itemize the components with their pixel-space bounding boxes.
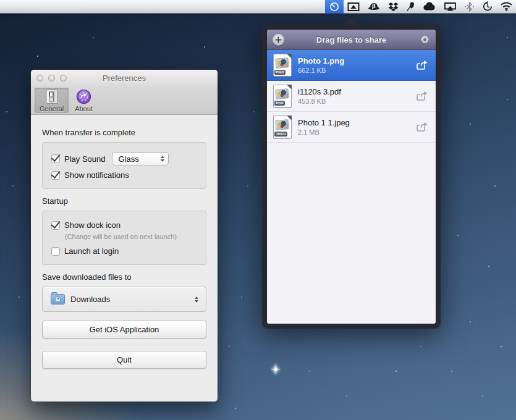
launch-at-login-checkbox[interactable] <box>51 247 60 256</box>
alfred-beta-icon[interactable]: β <box>363 0 384 14</box>
stepper-arrows-icon <box>195 296 198 303</box>
show-notifications-checkbox[interactable] <box>51 171 60 180</box>
play-sound-checkbox[interactable] <box>51 154 60 163</box>
about-icon <box>76 89 91 104</box>
file-row[interactable]: PNG Photo 1.png 662.1 KB <box>267 50 436 81</box>
time-machine-icon[interactable] <box>478 0 497 14</box>
launch-at-login-label: Launch at login <box>64 246 119 256</box>
sound-select[interactable]: Glass <box>112 152 169 166</box>
show-dock-icon-label: Show dock icon <box>64 220 121 230</box>
add-file-button[interactable] <box>273 34 284 46</box>
wifi-icon[interactable] <box>497 0 516 14</box>
file-row[interactable]: PDF i1120s 3.pdf 453.8 KB <box>267 81 436 112</box>
file-size: 453.8 KB <box>298 97 415 106</box>
tab-general[interactable]: General <box>35 88 69 113</box>
popover-frame: Drag files to share PNG Photo 1.png <box>262 25 441 329</box>
pdf-file-icon: PDF <box>273 85 292 107</box>
transfer-section-label: When transfer is complete <box>42 128 206 137</box>
save-folder-select[interactable]: Downloads <box>42 287 206 312</box>
close-button[interactable] <box>36 75 43 82</box>
cloudapp-icon[interactable] <box>419 0 440 14</box>
share-popover: Drag files to share PNG Photo 1.png <box>262 17 441 329</box>
pin-icon[interactable] <box>402 0 419 14</box>
bright-star <box>270 364 281 375</box>
jpeg-file-icon: JPEG <box>273 116 292 138</box>
switch-icon <box>45 89 59 104</box>
popover-header[interactable]: Drag files to share <box>267 30 436 50</box>
png-file-icon: PNG <box>273 54 292 77</box>
show-notifications-label: Show notifications <box>64 170 129 180</box>
stepper-arrows-icon <box>161 156 164 162</box>
startup-section-label: Startup <box>42 196 206 206</box>
popover-title: Drag files to share <box>267 35 436 44</box>
sound-select-value: Glass <box>119 154 161 164</box>
file-name: Photo 1 1.jpeg <box>298 117 415 128</box>
share-icon[interactable] <box>415 60 428 70</box>
dock-icon-note: (Change will be used on next launch) <box>65 233 198 240</box>
tab-about-label: About <box>75 105 93 112</box>
drop-zone[interactable] <box>267 143 436 324</box>
play-sound-label: Play Sound <box>64 154 106 164</box>
quit-button[interactable]: Quit <box>42 351 206 369</box>
file-name: Photo 1.png <box>298 56 415 66</box>
airplay-icon[interactable] <box>440 0 460 14</box>
dropbox-icon[interactable] <box>384 0 402 14</box>
get-ios-app-button[interactable]: Get iOS Application <box>42 321 206 338</box>
show-dock-icon-checkbox[interactable] <box>51 221 60 230</box>
title-bar[interactable]: Preferences <box>31 70 218 86</box>
tab-general-label: General <box>40 105 64 112</box>
share-icon[interactable] <box>415 91 428 101</box>
transfer-group-box: Play Sound Glass Show notifications <box>42 142 206 189</box>
save-section-label: Save downloaded files to <box>42 272 206 282</box>
file-size: 662.1 KB <box>298 66 415 75</box>
gear-icon[interactable] <box>420 35 430 45</box>
file-name: i1120s 3.pdf <box>298 86 415 97</box>
save-folder-value: Downloads <box>70 295 195 304</box>
file-list: PNG Photo 1.png 662.1 KB <box>267 50 436 324</box>
preferences-window: Preferences General <box>31 70 218 401</box>
menu-bar: β <box>0 0 516 14</box>
share-icon[interactable] <box>415 122 428 132</box>
zoom-button[interactable] <box>60 75 67 82</box>
file-size: 2.1 MB <box>298 128 415 136</box>
svg-text:β: β <box>372 3 376 9</box>
airserver-icon[interactable] <box>344 0 363 14</box>
tab-about[interactable]: About <box>70 88 98 113</box>
downloads-folder-icon <box>51 295 64 304</box>
minimize-button[interactable] <box>48 75 55 82</box>
bluetooth-icon[interactable] <box>460 0 478 14</box>
popover-arrow <box>342 18 360 25</box>
transfer-app-icon[interactable] <box>325 0 344 14</box>
startup-group-box: Show dock icon (Change will be used on n… <box>42 211 206 265</box>
preferences-toolbar: General About <box>31 86 218 115</box>
file-row[interactable]: JPEG Photo 1 1.jpeg 2.1 MB <box>267 112 436 143</box>
